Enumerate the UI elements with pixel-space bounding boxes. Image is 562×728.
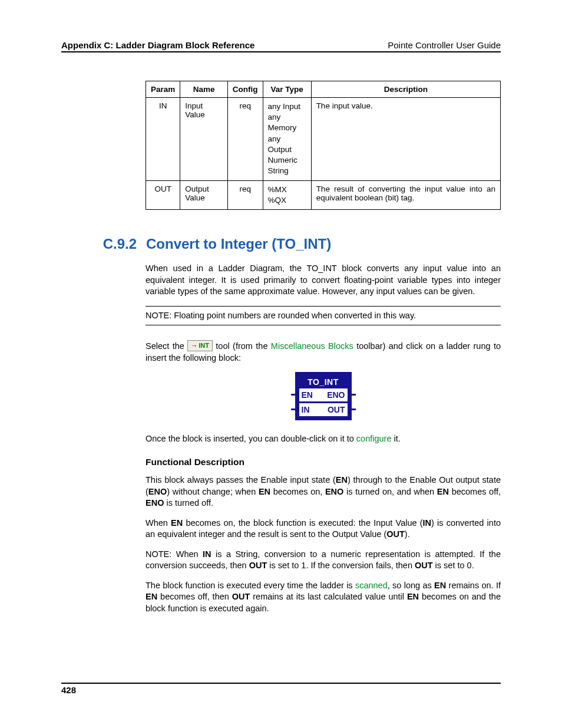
bold-in: IN	[203, 549, 211, 559]
functional-description-heading: Functional Description	[146, 457, 501, 467]
cell-param: OUT	[146, 180, 180, 209]
th-name: Name	[180, 81, 228, 98]
page-number: 428	[61, 683, 501, 695]
text: , so long as	[388, 581, 434, 590]
pin-en-icon	[291, 394, 295, 396]
text: is set to 1. If the conversion fails, th…	[267, 561, 415, 570]
header-right: Pointe Controller User Guide	[388, 40, 501, 50]
fd-paragraph-4: The block function is executed every tim…	[146, 580, 501, 615]
int-label: INT	[199, 342, 209, 349]
table-row: OUT Output Value req %MX %QX The result …	[146, 180, 501, 209]
bold-in: IN	[423, 518, 432, 528]
th-desc: Description	[311, 81, 500, 98]
link-scanned[interactable]: scanned	[355, 581, 388, 590]
bold-en: EN	[336, 475, 348, 485]
text: it.	[392, 434, 401, 443]
bold-out: OUT	[232, 592, 250, 601]
link-misc-blocks[interactable]: Miscellaneous Blocks	[271, 341, 353, 351]
text: is turned on, and when	[343, 487, 437, 496]
bold-out: OUT	[415, 561, 433, 570]
block-title: TO_INT	[299, 376, 348, 388]
text: is turned off.	[164, 498, 213, 508]
cell-vartype: any Input any Memory any Output Numeric …	[263, 98, 311, 181]
text: ) without change; when	[167, 487, 259, 496]
block-in: IN	[299, 403, 312, 416]
text: tool (from the	[216, 341, 271, 351]
text: becomes on,	[270, 487, 325, 496]
bold-en: EN	[407, 592, 419, 601]
pin-out-icon	[352, 409, 356, 410]
cell-desc: The input value.	[311, 98, 500, 181]
text: Once the block is inserted, you can doub…	[146, 434, 356, 443]
block-out: OUT	[325, 403, 348, 416]
link-configure[interactable]: configure	[356, 434, 392, 443]
text: The block function is executed every tim…	[146, 581, 355, 590]
th-param: Param	[146, 81, 180, 98]
th-config: Config	[227, 81, 263, 98]
bold-en: EN	[146, 592, 157, 601]
text: becomes off, then	[157, 592, 232, 601]
page-header: Appendix C: Ladder Diagram Block Referen…	[61, 40, 501, 52]
fd-paragraph-2: When EN becomes on, the block function i…	[146, 518, 501, 541]
bold-eno: ENO	[146, 498, 164, 508]
text: becomes on, the block function is execut…	[183, 518, 422, 528]
bold-en: EN	[437, 487, 449, 496]
bold-en: EN	[171, 518, 183, 528]
bold-out: OUT	[386, 529, 405, 539]
cell-param: IN	[146, 98, 180, 181]
cell-name: Input Value	[180, 98, 228, 181]
fd-paragraph-3: NOTE: When IN is a String, conversion to…	[146, 549, 501, 572]
bold-out: OUT	[249, 561, 267, 570]
bold-eno: ENO	[325, 487, 343, 496]
text: is set to 0.	[433, 561, 474, 570]
fd-paragraph-1: This block always passes the Enable inpu…	[146, 475, 501, 509]
bold-en: EN	[434, 581, 446, 590]
block-eno: ENO	[325, 388, 347, 401]
cell-desc: The result of converting the input value…	[311, 180, 500, 209]
table-row: IN Input Value req any Input any Memory …	[146, 98, 501, 181]
section-number: C.9.2	[61, 236, 137, 252]
cell-vartype: %MX %QX	[263, 180, 311, 209]
text: When	[146, 518, 171, 528]
note-rounding: NOTE: Floating point numbers are rounded…	[146, 306, 501, 326]
text: ).	[405, 529, 410, 539]
block-en: EN	[299, 388, 315, 401]
to-int-block-diagram: TO_INT EN ENO IN OUT	[295, 372, 352, 420]
section-heading: C.9.2 Convert to Integer (TO_INT)	[61, 236, 501, 252]
cell-config: req	[227, 98, 263, 181]
pin-in-icon	[291, 409, 295, 410]
configure-paragraph: Once the block is inserted, you can doub…	[146, 433, 501, 445]
text: remains on. If	[446, 581, 501, 590]
cell-config: req	[227, 180, 263, 209]
text: becomes off,	[449, 487, 501, 496]
select-paragraph: Select the →INT tool (from the Miscellan…	[146, 341, 501, 364]
intro-paragraph: When used in a Ladder Diagram, the TO_IN…	[146, 263, 501, 298]
section-title: Convert to Integer (TO_INT)	[146, 236, 331, 252]
text: This block always passes the Enable inpu…	[146, 475, 336, 485]
text: NOTE: When	[146, 549, 203, 559]
text: remains at its last calculated value unt…	[250, 592, 407, 601]
header-left: Appendix C: Ladder Diagram Block Referen…	[61, 40, 254, 50]
cell-name: Output Value	[180, 180, 228, 209]
bold-eno: ENO	[148, 487, 167, 496]
param-table: Param Name Config Var Type Description I…	[146, 81, 501, 210]
th-vartype: Var Type	[263, 81, 311, 98]
to-int-tool-icon: →INT	[187, 340, 213, 351]
arrow-icon: →	[191, 342, 197, 349]
text: Select the	[146, 341, 187, 351]
bold-en: EN	[259, 487, 270, 496]
pin-eno-icon	[352, 394, 356, 396]
